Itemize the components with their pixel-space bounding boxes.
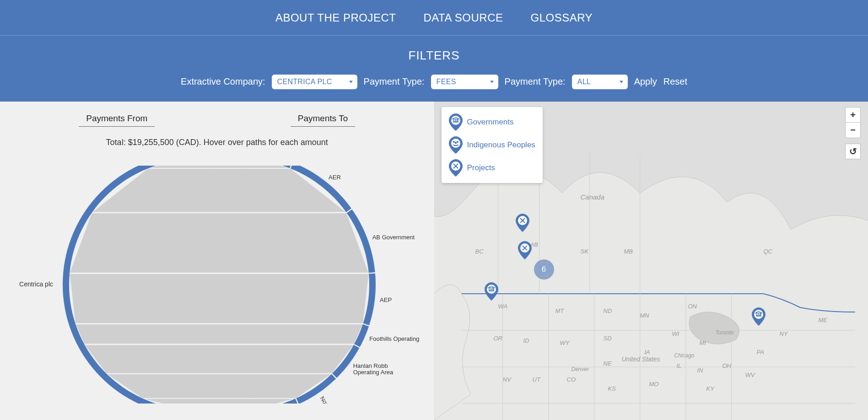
map-label-wy: WY <box>560 339 570 346</box>
svg-text:Hanlan RobbOperating Area: Hanlan RobbOperating Area <box>353 362 394 376</box>
map-marker-government[interactable] <box>485 282 498 302</box>
payments-to-header: Payments To <box>291 113 355 127</box>
map-label-denver: Denver <box>571 366 589 372</box>
top-nav: ABOUT THE PROJECT DATA SOURCE GLOSSARY <box>0 0 868 36</box>
paytype2-label: Payment Type: <box>505 76 566 87</box>
map-label-chicago: Chicago <box>674 352 695 359</box>
map-label-il: IL <box>677 362 682 369</box>
map-label-me: ME <box>819 317 828 323</box>
map-label-ne: NE <box>604 360 612 367</box>
map-label-in: IN <box>697 367 703 374</box>
svg-point-34 <box>453 141 455 143</box>
map-label-mo: MO <box>649 381 659 388</box>
map-marker-project[interactable] <box>518 241 532 261</box>
map-label-qc: QC <box>764 248 773 255</box>
svg-text:Foothills Operating: Foothills Operating <box>369 335 419 342</box>
svg-text:AB Government: AB Government <box>372 234 415 241</box>
map-label-id: ID <box>523 337 529 344</box>
map-label-on: ON <box>688 303 697 310</box>
map-label-toronto: Toronto <box>716 329 734 336</box>
nav-glossary[interactable]: GLOSSARY <box>531 11 593 24</box>
chart-total: Total: $19,255,500 (CAD). Hover over pat… <box>11 138 423 147</box>
legend-governments[interactable]: Governments <box>449 111 535 134</box>
map-label-sk: SK <box>581 248 588 255</box>
map-label-nd: ND <box>604 307 612 314</box>
map-label-or: OR <box>494 335 503 342</box>
government-icon <box>449 113 463 131</box>
paytype-label: Payment Type: <box>364 76 425 87</box>
filter-row: Extractive Company: CENTRICA PLC Payment… <box>181 75 687 89</box>
svg-point-36 <box>454 142 457 144</box>
content: Payments From Payments To Total: $19,255… <box>0 102 868 420</box>
map-panel[interactable]: Canada BC AB SK MB ON QC United States W… <box>434 102 868 420</box>
map-marker-government[interactable] <box>752 307 766 328</box>
filter-title: FILTERS <box>409 48 460 63</box>
legend-projects[interactable]: Projects <box>449 156 535 179</box>
svg-text:AEP: AEP <box>380 296 392 303</box>
nav-data-source[interactable]: DATA SOURCE <box>424 11 503 24</box>
map-label-bc: BC <box>475 248 484 255</box>
svg-text:AER: AER <box>329 174 341 181</box>
legend-indigenous-label: Indigenous Peoples <box>467 140 535 150</box>
map-cluster[interactable]: 6 <box>534 259 554 280</box>
map-label-co: CO <box>567 376 576 383</box>
map-marker-project[interactable] <box>516 214 529 234</box>
map-label-mt: MT <box>555 307 564 314</box>
apply-button[interactable]: Apply <box>634 76 657 87</box>
map-label-ky: KY <box>706 385 714 392</box>
rotate-button[interactable]: ↺ <box>845 144 861 159</box>
zoom-in-button[interactable]: + <box>845 107 861 123</box>
legend-projects-label: Projects <box>467 163 495 172</box>
company-select[interactable]: CENTRICA PLC <box>272 75 357 89</box>
map-label-pa: PA <box>757 349 764 355</box>
map-legend: Governments Indigenous Peoples Projects <box>442 107 543 183</box>
map-label-oh: OH <box>722 362 732 369</box>
hammer-icon <box>449 159 463 177</box>
legend-gov-label: Governments <box>467 118 514 127</box>
paytype-select[interactable]: FEES <box>431 75 498 89</box>
map-label-nv: NV <box>503 376 511 383</box>
zoom-out-button[interactable]: − <box>845 123 861 138</box>
map-label-wa: WA <box>498 303 508 310</box>
chart-headers: Payments From Payments To <box>11 113 423 127</box>
sankey-chart[interactable]: Centrica plcMinistry of Energy& MinesMin… <box>11 166 423 404</box>
nav-about[interactable]: ABOUT THE PROJECT <box>275 11 396 24</box>
map-label-wi: WI <box>672 330 679 337</box>
map-label-canada: Canada <box>581 193 605 201</box>
svg-point-35 <box>457 141 458 143</box>
legend-indigenous[interactable]: Indigenous Peoples <box>449 134 535 156</box>
svg-text:North Operating Area: North Operating Area <box>318 395 356 404</box>
map-label-ut: UT <box>533 376 540 383</box>
map-label-ks: KS <box>608 385 616 392</box>
map-label-mb: MB <box>624 248 633 255</box>
svg-text:Centrica plc: Centrica plc <box>19 280 53 288</box>
map-label-mn: MN <box>640 312 649 319</box>
paytype2-select[interactable]: ALL <box>572 75 628 89</box>
map-label-mi: MI <box>700 339 706 346</box>
map-label-us: United States <box>622 355 660 363</box>
filter-bar: FILTERS Extractive Company: CENTRICA PLC… <box>0 36 868 102</box>
reset-button[interactable]: Reset <box>663 76 687 87</box>
company-label: Extractive Company: <box>181 76 265 87</box>
sankey-panel: Payments From Payments To Total: $19,255… <box>0 102 434 420</box>
map-label-sd: SD <box>604 335 612 342</box>
map-label-ny: NY <box>780 330 788 337</box>
map-label-ia: IA <box>645 349 650 355</box>
map-label-wv: WV <box>745 372 755 378</box>
map-controls: + − ↺ <box>845 107 861 159</box>
people-icon <box>449 136 463 154</box>
payments-from-header: Payments From <box>79 113 155 127</box>
